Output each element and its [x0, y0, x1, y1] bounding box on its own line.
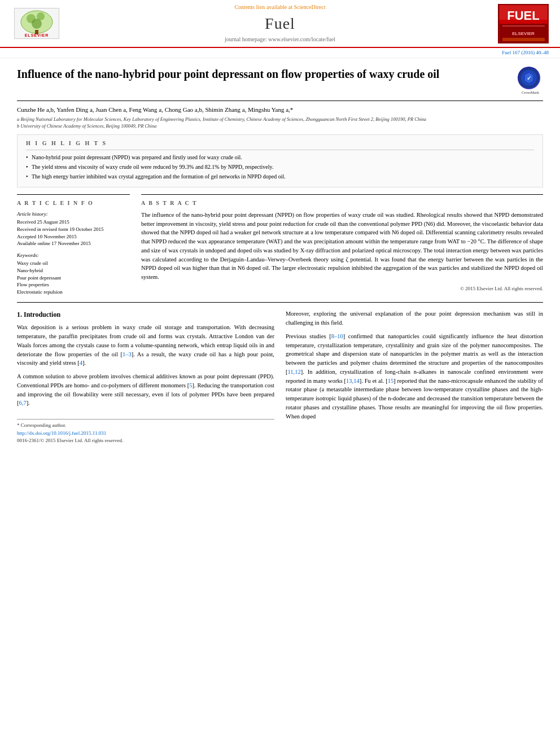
crossmark-label: CrossMark [518, 90, 543, 96]
fuel-journal-logo: FUEL ELSEVIER [498, 4, 549, 43]
issn-line: 0016-2361/© 2015 Elsevier Ltd. All right… [17, 437, 274, 445]
svg-text:✓: ✓ [527, 75, 531, 81]
body-para-4: Previous studies [8–10] confirmed that n… [286, 332, 543, 421]
ref-1-3[interactable]: 1–3 [123, 351, 132, 357]
ref-11-12[interactable]: 11,12 [288, 369, 301, 375]
affiliations: a Beijing National Laboratory for Molecu… [17, 116, 543, 130]
svg-rect-11 [502, 38, 545, 41]
keyword-4: Flow properties [17, 281, 130, 289]
sciencedirect-text: Contents lists available at ScienceDirec… [62, 3, 498, 11]
highlight-item-3: The high energy barrier inhibited wax cr… [26, 173, 534, 181]
received-date: Received 25 August 2015 [17, 219, 130, 226]
highlights-label: H I G H L I G H T S [26, 139, 534, 150]
section1-heading: 1. Introduction [17, 309, 274, 320]
abstract-column: A B S T R A C T The influence of the nan… [141, 194, 543, 296]
ref-8-10[interactable]: 8–10 [331, 333, 343, 339]
body-para-2: A common solution to above problem invol… [17, 372, 274, 408]
ref-13-14[interactable]: 13,14 [346, 378, 360, 384]
article-info-label: A R T I C L E I N F O [17, 199, 130, 207]
keyword-5: Electrostatic repulsion [17, 289, 130, 296]
body-para-1: Wax deposition is a serious problem in w… [17, 323, 274, 368]
keyword-1: Waxy crude oil [17, 260, 130, 267]
citation-bar: Fuel 167 (2016) 40–48 [0, 48, 560, 58]
highlights-section: H I G H L I G H T S Nano-hybrid pour poi… [17, 134, 543, 187]
svg-text:FUEL: FUEL [507, 8, 539, 23]
journal-center: Contents lists available at ScienceDirec… [62, 3, 498, 43]
history-title: Article history: [17, 211, 130, 218]
body-para-3: Moreover, exploring the universal explan… [286, 309, 543, 327]
title-section: Influence of the nano-hybrid pour point … [17, 67, 543, 101]
keywords-section: Keywords: Waxy crude oil Nano-hybrid Pou… [17, 252, 130, 296]
abstract-label: A B S T R A C T [141, 199, 543, 207]
ref-5[interactable]: 5 [189, 382, 192, 388]
highlight-item-1: Nano-hybrid pour point depressant (NPPD)… [26, 154, 534, 161]
ref-6-7[interactable]: 6,7 [19, 400, 27, 406]
keyword-2: Nano-hybrid [17, 267, 130, 274]
available-date: Available online 17 November 2015 [17, 240, 130, 247]
journal-name: Fuel [62, 12, 498, 34]
sciencedirect-link[interactable]: ScienceDirect [294, 4, 325, 10]
body-col-left: 1. Introduction Wax deposition is a seri… [17, 309, 274, 444]
corresponding-author-note: * Corresponding author. [17, 422, 274, 430]
accepted-date: Accepted 10 November 2015 [17, 233, 130, 241]
footnote-area: * Corresponding author. http://dx.doi.or… [17, 419, 274, 445]
crossmark-logo: ✓ CrossMark [518, 67, 543, 96]
journal-header: ELSEVIER Contents lists available at Sci… [0, 0, 560, 48]
revised-date: Received in revised form 19 October 2015 [17, 226, 130, 233]
article-history: Article history: Received 25 August 2015… [17, 211, 130, 247]
ref-4[interactable]: 4 [80, 360, 82, 366]
affiliation-a: a Beijing National Laboratory for Molecu… [17, 116, 543, 123]
ref-15[interactable]: 15 [388, 378, 394, 384]
copyright-line: © 2015 Elsevier Ltd. All rights reserved… [141, 285, 543, 292]
paper-title: Influence of the nano-hybrid pour point … [17, 67, 512, 81]
paper-content: Influence of the nano-hybrid pour point … [0, 58, 560, 453]
journal-homepage: journal homepage: www.elsevier.com/locat… [62, 36, 498, 43]
body-col-right: Moreover, exploring the universal explan… [286, 309, 543, 444]
authors-text: Cunzhe He a,b, Yanfen Ding a, Juan Chen … [17, 106, 293, 113]
doi-link[interactable]: http://dx.doi.org/10.1016/j.fuel.2015.11… [17, 430, 274, 438]
abstract-text: The influence of the nano-hybrid pour po… [141, 211, 543, 282]
affiliation-b: b University of Chinese Academy of Scien… [17, 123, 543, 130]
svg-point-3 [32, 19, 42, 29]
page: ELSEVIER Contents lists available at Sci… [0, 0, 560, 747]
citation-text: Fuel 167 (2016) 40–48 [502, 50, 549, 55]
highlight-item-2: The yield stress and viscosity of waxy c… [26, 163, 534, 171]
article-info-column: A R T I C L E I N F O Article history: R… [17, 194, 130, 296]
svg-rect-9 [502, 25, 545, 27]
svg-text:ELSEVIER: ELSEVIER [512, 31, 535, 36]
body-divider [17, 302, 543, 303]
svg-text:ELSEVIER: ELSEVIER [25, 33, 49, 37]
keyword-3: Pour point depressant [17, 274, 130, 282]
elsevier-logo: ELSEVIER [11, 8, 62, 39]
article-info-abstract: A R T I C L E I N F O Article history: R… [17, 194, 543, 296]
keywords-title: Keywords: [17, 252, 130, 259]
authors-line: Cunzhe He a,b, Yanfen Ding a, Juan Chen … [17, 106, 543, 114]
crossmark-icon: ✓ [518, 67, 540, 89]
elsevier-logo-image: ELSEVIER [14, 8, 59, 39]
body-text: 1. Introduction Wax deposition is a seri… [17, 309, 543, 444]
